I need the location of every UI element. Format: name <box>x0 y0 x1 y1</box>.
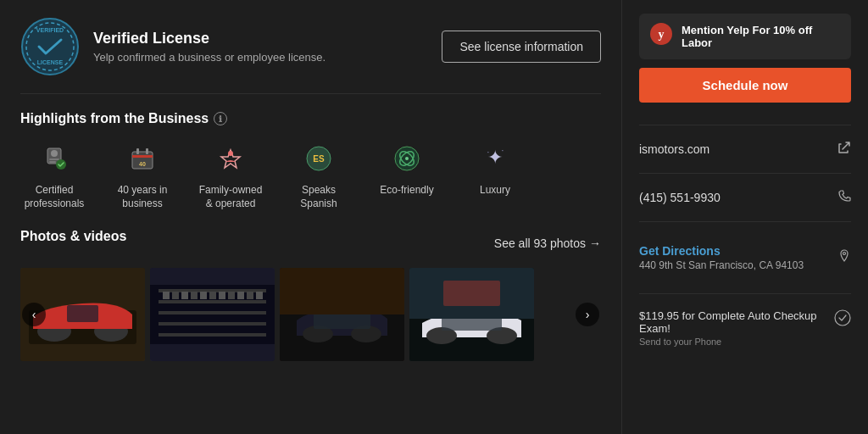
phone-number: (415) 551-9930 <box>639 191 721 204</box>
photos-grid: ‹ <box>20 268 601 361</box>
svg-rect-45 <box>247 292 253 299</box>
years-icon: 40 <box>124 140 161 177</box>
external-link-icon <box>837 141 851 158</box>
yelp-promo-icon: y <box>649 22 673 51</box>
eco-icon <box>388 140 426 177</box>
svg-text:✦: ✦ <box>487 147 503 168</box>
photo-2[interactable] <box>150 268 275 361</box>
svg-rect-43 <box>228 292 235 299</box>
photos-title: Photos & videos <box>20 229 126 244</box>
phone-icon <box>837 189 851 206</box>
photo-4[interactable] <box>409 268 534 361</box>
deal-icon <box>834 309 851 330</box>
svg-rect-12 <box>146 148 148 154</box>
svg-text:40: 40 <box>139 161 146 167</box>
family-label: Family-owned & operated <box>197 184 264 210</box>
svg-rect-46 <box>256 292 263 299</box>
photos-header: Photos & videos See all 93 photos → <box>20 229 601 258</box>
schedule-button[interactable]: Schedule now <box>639 68 851 103</box>
svg-rect-35 <box>159 333 266 337</box>
divider-3 <box>639 221 851 222</box>
eco-label: Eco-friendly <box>380 184 433 198</box>
website-row: ismotors.com <box>639 134 851 164</box>
photos-prev-arrow[interactable]: ‹ <box>22 303 46 326</box>
info-icon[interactable]: ℹ <box>214 112 227 125</box>
svg-point-5 <box>51 150 58 157</box>
highlight-years: 40 40 years in business <box>108 140 176 210</box>
website-link[interactable]: ismotors.com <box>639 142 709 156</box>
license-title: Verified License <box>93 30 428 47</box>
sidebar: y Mention Yelp For 10% off Labor Schedul… <box>622 0 868 434</box>
svg-rect-33 <box>159 311 266 314</box>
spanish-icon: ES <box>300 140 337 177</box>
map-pin-icon <box>837 249 851 266</box>
svg-rect-28 <box>67 305 98 322</box>
deal-subtext: Send to your Phone <box>639 337 834 347</box>
directions-row: Get Directions 440 9th St San Francisco,… <box>639 231 851 285</box>
years-label: 40 years in business <box>108 184 176 210</box>
highlight-family: Family-owned & operated <box>197 140 264 210</box>
svg-point-20 <box>405 157 409 160</box>
promo-text: Mention Yelp For 10% off Labor <box>682 24 841 49</box>
photos-section: Photos & videos See all 93 photos → ‹ <box>20 229 601 361</box>
address-text: 440 9th St San Francisco, CA 94103 <box>639 259 804 271</box>
license-badge: VERIFIED LICENSE <box>20 17 80 76</box>
svg-rect-59 <box>443 281 500 306</box>
divider-2 <box>639 173 851 174</box>
photos-next-arrow[interactable]: › <box>576 303 599 326</box>
highlight-certified: Certified professionals <box>20 140 88 210</box>
luxury-label: Luxury <box>480 184 510 198</box>
arrow-right-icon: → <box>589 236 601 250</box>
highlight-luxury: ✦ · · Luxury <box>461 140 529 210</box>
promo-banner: y Mention Yelp For 10% off Labor <box>639 14 851 59</box>
svg-rect-6 <box>49 159 59 160</box>
phone-row: (415) 551-9930 <box>639 182 851 213</box>
highlight-spanish: ES Speaks Spanish <box>285 140 353 210</box>
svg-text:·: · <box>502 146 504 155</box>
svg-rect-40 <box>200 292 207 299</box>
luxury-icon: ✦ · · <box>476 140 514 177</box>
highlights-title: Highlights from the Business ℹ <box>20 111 601 126</box>
svg-rect-41 <box>209 292 216 299</box>
svg-text:LICENSE: LICENSE <box>37 59 64 65</box>
svg-rect-37 <box>172 292 179 299</box>
see-all-photos-link[interactable]: See all 93 photos → <box>494 236 601 250</box>
spanish-label: Speaks Spanish <box>285 184 353 210</box>
address-block: Get Directions 440 9th St San Francisco,… <box>639 237 804 278</box>
svg-rect-36 <box>163 292 170 299</box>
svg-rect-42 <box>219 292 225 299</box>
license-subtitle: Yelp confirmed a business or employee li… <box>93 51 428 64</box>
family-icon <box>212 140 249 177</box>
svg-rect-10 <box>132 155 153 158</box>
svg-rect-38 <box>181 292 188 299</box>
svg-text:y: y <box>659 28 665 41</box>
svg-rect-11 <box>136 148 139 154</box>
svg-rect-7 <box>49 161 56 163</box>
svg-point-63 <box>835 310 850 326</box>
divider-1 <box>639 125 851 125</box>
svg-rect-44 <box>237 292 244 299</box>
svg-rect-32 <box>159 300 266 303</box>
license-info: Verified License Yelp confirmed a busine… <box>93 30 428 64</box>
svg-text:ES: ES <box>313 154 325 164</box>
deal-title: $119.95 for Complete Auto Checkup Exam! <box>639 309 834 335</box>
svg-rect-34 <box>159 322 266 326</box>
svg-rect-52 <box>280 268 404 314</box>
svg-point-14 <box>228 151 233 156</box>
svg-text:VERIFIED: VERIFIED <box>36 27 64 33</box>
highlights-section: Highlights from the Business ℹ <box>20 111 601 210</box>
certified-icon <box>36 140 73 177</box>
svg-text:·: · <box>487 147 490 157</box>
svg-rect-39 <box>191 292 198 299</box>
certified-label: Certified professionals <box>20 184 88 210</box>
deal-row: $119.95 for Complete Auto Checkup Exam! … <box>639 303 851 353</box>
photo-3[interactable] <box>280 268 404 361</box>
svg-point-62 <box>843 253 846 255</box>
license-section: VERIFIED LICENSE Verified License Yelp c… <box>20 17 601 94</box>
get-directions-link[interactable]: Get Directions <box>639 244 804 258</box>
divider-4 <box>639 293 851 294</box>
see-license-button[interactable]: See license information <box>442 31 601 63</box>
highlight-eco: Eco-friendly <box>373 140 441 210</box>
highlights-grid: Certified professionals 40 40 years in b… <box>20 140 601 210</box>
